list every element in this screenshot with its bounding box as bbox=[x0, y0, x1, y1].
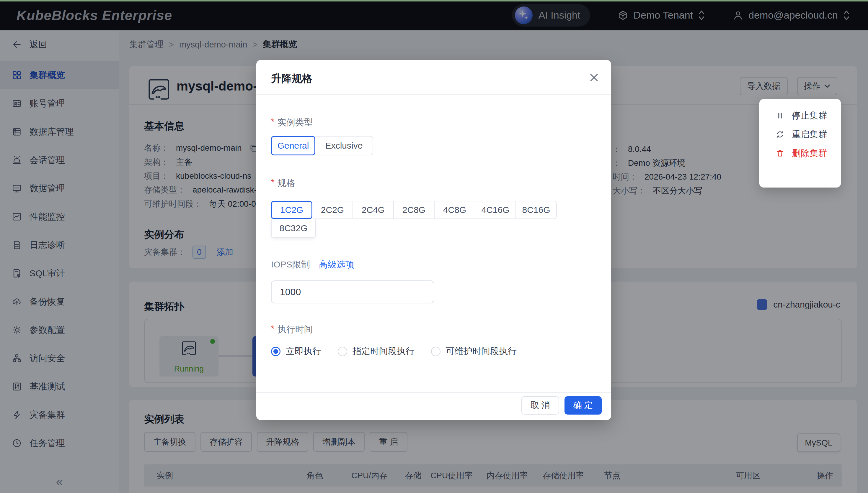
resize-spec-modal: 升降规格 * 实例类型 General Exclusive * 规格 1C2G … bbox=[256, 60, 611, 420]
radio-maintenance-window[interactable]: 可维护时间段执行 bbox=[431, 345, 517, 357]
spec-2c2g[interactable]: 2C2G bbox=[312, 201, 353, 219]
divider bbox=[256, 392, 611, 393]
advanced-options-link[interactable]: 高级选项 bbox=[319, 259, 354, 271]
close-icon[interactable] bbox=[587, 71, 601, 84]
spec-2c4g[interactable]: 2C4G bbox=[352, 201, 394, 219]
iops-label: IOPS限制 bbox=[271, 259, 310, 271]
iops-label-row: IOPS限制 高级选项 bbox=[271, 259, 354, 271]
spec-options-row: 1C2G 2C2G 2C4G 2C8G 4C8G 4C16G 8C16G bbox=[271, 201, 557, 219]
menu-item-delete-cluster[interactable]: 删除集群 bbox=[759, 144, 841, 163]
spec-label: * 规格 bbox=[271, 177, 295, 189]
spec-1c2g[interactable]: 1C2G bbox=[271, 201, 312, 219]
radio-icon bbox=[271, 347, 281, 356]
spec-8c16g[interactable]: 8C16G bbox=[516, 201, 557, 219]
screen-indicator-bar bbox=[0, 0, 868, 1]
instance-type-exclusive[interactable]: Exclusive bbox=[315, 136, 373, 155]
spec-4c16g[interactable]: 4C16G bbox=[475, 201, 516, 219]
instance-type-label: * 实例类型 bbox=[271, 116, 313, 129]
spec-2c8g[interactable]: 2C8G bbox=[393, 201, 435, 219]
menu-item-restart-cluster[interactable]: 重启集群 bbox=[759, 125, 841, 144]
pause-icon bbox=[776, 111, 784, 120]
restart-icon bbox=[776, 130, 784, 138]
radio-icon bbox=[431, 347, 441, 356]
radio-immediate[interactable]: 立即执行 bbox=[271, 345, 321, 357]
spec-8c32g[interactable]: 8C32G bbox=[271, 218, 316, 238]
confirm-button[interactable]: 确 定 bbox=[565, 396, 602, 414]
modal-title: 升降规格 bbox=[271, 72, 312, 86]
radio-scheduled[interactable]: 指定时间段执行 bbox=[338, 345, 415, 357]
spec-4c8g[interactable]: 4C8G bbox=[434, 201, 475, 219]
menu-item-stop-cluster[interactable]: 停止集群 bbox=[759, 106, 841, 125]
instance-type-general[interactable]: General bbox=[271, 136, 315, 155]
radio-icon bbox=[338, 347, 347, 356]
exec-time-label: * 执行时间 bbox=[271, 323, 313, 336]
cancel-button[interactable]: 取 消 bbox=[521, 396, 559, 414]
actions-menu: 停止集群 重启集群 删除集群 bbox=[759, 99, 841, 188]
trash-icon bbox=[776, 149, 784, 157]
instance-type-segment: General Exclusive bbox=[271, 136, 373, 155]
divider bbox=[256, 94, 611, 95]
iops-input[interactable] bbox=[271, 280, 434, 303]
exec-time-radios: 立即执行 指定时间段执行 可维护时间段执行 bbox=[271, 345, 517, 357]
